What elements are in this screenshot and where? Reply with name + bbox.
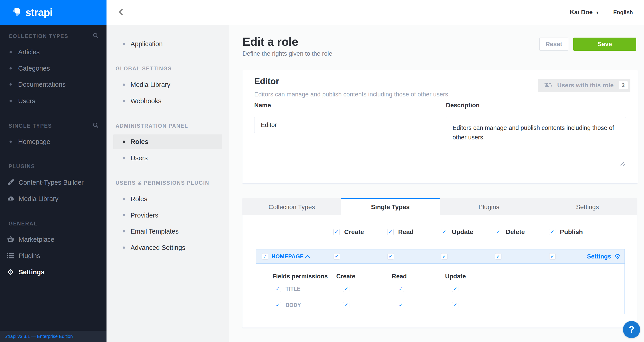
sidebar-item-users[interactable]: Users	[0, 94, 106, 108]
settings-nav-providers[interactable]: Providers	[106, 208, 229, 222]
top-header: Kai Doe ▾ English	[106, 0, 644, 25]
sidebar-item-settings[interactable]: ⚙ Settings	[0, 265, 106, 279]
save-button[interactable]: Save	[573, 38, 636, 51]
checkbox-homepage[interactable]: ✓	[262, 253, 268, 260]
nav-item-label: Providers	[130, 212, 158, 219]
sidebar-footer[interactable]: Strapi v3.3.1 — Enterprise Edition	[0, 331, 106, 342]
section-collection-types: COLLECTION TYPES	[8, 32, 99, 41]
checkbox-body-read[interactable]: ✓	[398, 302, 404, 308]
role-details-card: Editor Editors can manage and publish co…	[242, 70, 638, 183]
tab-settings[interactable]: Settings	[538, 198, 637, 215]
section-title: GLOBAL SETTINGS	[116, 66, 172, 72]
sidebar-item-documentations[interactable]: Documentations	[0, 77, 106, 92]
action-label: Delete	[506, 228, 525, 236]
tab-plugins[interactable]: Plugins	[440, 198, 538, 215]
strapi-admin-app: strapi COLLECTION TYPES Articles Categor…	[0, 0, 644, 342]
users-count-badge: 3	[618, 81, 628, 89]
checkbox-title-update[interactable]: ✓	[452, 286, 458, 292]
help-button[interactable]: ?	[623, 321, 640, 338]
search-icon[interactable]	[92, 32, 99, 40]
users-with-role-button[interactable]: Users with this role 3	[538, 79, 630, 92]
gear-icon: ⚙	[614, 253, 620, 260]
column-update: Update	[445, 273, 466, 280]
action-label: Update	[452, 228, 473, 236]
sidebar-item-marketplace[interactable]: Marketplace	[0, 232, 106, 247]
sidebar-item-homepage[interactable]: Homepage	[0, 135, 106, 149]
strapi-logo[interactable]: strapi	[0, 0, 106, 25]
checkbox-homepage-publish[interactable]: ✓	[549, 253, 556, 260]
column-read: Read	[392, 273, 407, 280]
checkbox-homepage-delete[interactable]: ✓	[495, 253, 502, 260]
name-field-group: Name	[254, 102, 432, 133]
sidebar-item-label: Marketplace	[18, 236, 54, 243]
checkbox-update[interactable]: ✓	[441, 229, 447, 235]
checkbox-homepage-update[interactable]: ✓	[441, 253, 448, 260]
nav-item-label: Webhooks	[130, 97, 162, 105]
sidebar-item-content-types-builder[interactable]: Content-Types Builder	[0, 175, 106, 190]
nav-item-label: Email Templates	[130, 228, 178, 235]
checkbox-body-update[interactable]: ✓	[452, 302, 458, 308]
section-single-types: SINGLE TYPES	[8, 121, 99, 130]
checkbox-body[interactable]: ✓	[275, 302, 281, 308]
field-row-title: ✓ TITLE ✓ ✓ ✓	[256, 284, 624, 293]
fields-permissions-panel: Fields permissions Create Read Update ✓ …	[256, 264, 625, 314]
main-content: Edit a role Define the rights given to t…	[229, 25, 644, 342]
name-input[interactable]	[254, 117, 432, 133]
basket-icon	[7, 236, 14, 243]
search-icon[interactable]	[92, 122, 99, 130]
checkbox-delete[interactable]: ✓	[495, 229, 501, 235]
settings-nav-email-templates[interactable]: Email Templates	[106, 224, 229, 239]
resize-handle-icon[interactable]	[619, 161, 625, 167]
checkbox-title[interactable]: ✓	[275, 286, 281, 292]
settings-section-global: GLOBAL SETTINGS	[116, 64, 224, 73]
section-title: GENERAL	[8, 221, 37, 227]
checkbox-read[interactable]: ✓	[387, 229, 394, 235]
sidebar-item-media-library[interactable]: Media Library	[0, 191, 106, 206]
description-textarea[interactable]: Editors can manage and publish contents …	[446, 117, 626, 168]
settings-nav-application[interactable]: Application	[106, 37, 229, 51]
settings-nav-up-roles[interactable]: Roles	[106, 192, 229, 206]
settings-nav-roles-active[interactable]: Roles	[113, 135, 222, 149]
tab-collection-types[interactable]: Collection Types	[242, 198, 341, 215]
user-menu[interactable]: Kai Doe	[570, 9, 593, 16]
section-title: USERS & PERMISSIONS PLUGIN	[116, 180, 210, 186]
checkbox-create[interactable]: ✓	[333, 229, 340, 235]
column-create: Create	[336, 273, 355, 280]
bullet-icon	[10, 83, 12, 86]
sidebar-item-articles[interactable]: Articles	[0, 45, 106, 59]
sidebar-item-categories[interactable]: Categories	[0, 61, 106, 76]
version-link[interactable]: Strapi v3.3.1 — Enterprise Edition	[4, 334, 73, 339]
nav-item-label: Advanced Settings	[130, 244, 185, 251]
bullet-icon	[123, 230, 125, 232]
bullet-icon	[123, 246, 125, 249]
reset-button[interactable]: Reset	[539, 38, 568, 51]
content-type-name[interactable]: HOMEPAGE	[272, 249, 304, 263]
settings-nav-webhooks[interactable]: Webhooks	[106, 94, 229, 108]
back-button[interactable]	[106, 0, 136, 25]
settings-nav-media-library[interactable]: Media Library	[106, 77, 229, 92]
users-with-role-label: Users with this role	[557, 82, 614, 89]
field-name: TITLE	[286, 284, 300, 293]
language-selector[interactable]: English	[613, 9, 633, 16]
tab-single-types[interactable]: Single Types	[341, 198, 440, 215]
checkbox-publish[interactable]: ✓	[549, 229, 556, 235]
action-create: ✓ Create	[333, 226, 364, 238]
checkbox-body-create[interactable]: ✓	[343, 302, 350, 308]
settings-nav-advanced-settings[interactable]: Advanced Settings	[106, 240, 229, 255]
bullet-icon	[10, 100, 12, 102]
checkbox-homepage-create[interactable]: ✓	[334, 253, 340, 260]
checkbox-title-read[interactable]: ✓	[398, 286, 404, 292]
sidebar-item-plugins[interactable]: Plugins	[0, 249, 106, 263]
row-settings-link[interactable]: Settings ⚙	[587, 249, 620, 263]
caret-down-icon[interactable]: ▾	[596, 10, 598, 15]
checkbox-homepage-read[interactable]: ✓	[388, 253, 394, 260]
settings-nav-admin-users[interactable]: Users	[106, 151, 229, 165]
section-plugins: PLUGINS	[8, 162, 99, 171]
checkbox-title-create[interactable]: ✓	[343, 286, 350, 292]
chevron-up-icon[interactable]	[305, 255, 310, 259]
bullet-icon	[123, 43, 125, 45]
sidebar-item-label: Users	[18, 97, 35, 105]
bullet-icon	[123, 214, 125, 216]
sidebar-item-label: Articles	[18, 48, 40, 56]
users-group-icon	[544, 82, 553, 89]
